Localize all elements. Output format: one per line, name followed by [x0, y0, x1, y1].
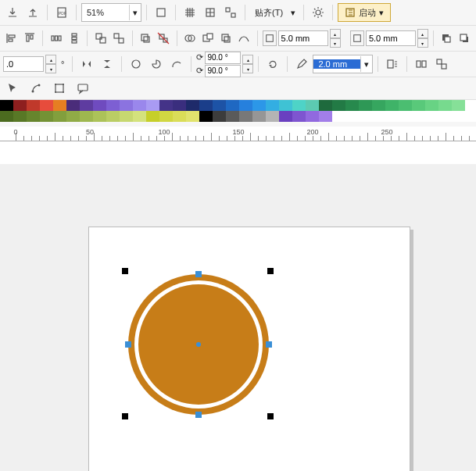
comment-icon[interactable] — [73, 79, 92, 98]
ellipse-tool-icon[interactable] — [127, 55, 145, 73]
color-swatch[interactable] — [213, 100, 226, 111]
color-swatch[interactable] — [279, 100, 292, 111]
selection-center[interactable] — [196, 342, 201, 347]
outline-width-combo[interactable]: 2.0 mm ▾ — [313, 55, 373, 73]
color-swatch[interactable] — [27, 111, 40, 122]
color-swatch[interactable] — [80, 100, 93, 111]
mirror-v-icon[interactable] — [98, 55, 116, 73]
full-screen-icon[interactable] — [152, 3, 170, 22]
ungroup-icon[interactable] — [110, 29, 127, 48]
intersect-icon[interactable] — [218, 29, 234, 48]
color-swatch[interactable] — [452, 100, 465, 111]
dim-a-input[interactable] — [278, 30, 328, 46]
handle-mr[interactable] — [266, 341, 272, 348]
color-swatch[interactable] — [106, 100, 120, 111]
dim-b-spinner[interactable]: ▴▾ — [417, 29, 428, 48]
combine-icon[interactable] — [137, 29, 153, 48]
color-swatch[interactable] — [279, 111, 292, 122]
zoom-combo[interactable]: 51% ▾ — [81, 3, 141, 22]
color-swatch[interactable] — [359, 100, 372, 111]
distribute-v-icon[interactable] — [66, 29, 82, 48]
color-swatch[interactable] — [40, 111, 53, 122]
order-front-icon[interactable] — [438, 29, 455, 48]
rotate-direction-icon[interactable] — [263, 55, 282, 73]
snap-objects-icon[interactable] — [221, 3, 240, 22]
align-left-icon[interactable] — [3, 29, 20, 48]
import-icon[interactable] — [3, 3, 22, 22]
outline-width-value[interactable]: 2.0 mm — [313, 59, 360, 69]
color-swatch[interactable] — [399, 100, 412, 111]
snap-grid-icon[interactable] — [181, 3, 199, 22]
color-swatch[interactable] — [159, 111, 173, 122]
outline-pen-icon[interactable] — [292, 55, 311, 73]
group-icon[interactable] — [92, 29, 109, 48]
chevron-down-icon[interactable]: ▾ — [129, 5, 141, 20]
color-swatch[interactable] — [199, 100, 213, 111]
convert-b-icon[interactable] — [432, 55, 451, 73]
spacing-box-b[interactable] — [350, 30, 364, 46]
node-edit-icon[interactable] — [27, 79, 45, 98]
color-swatch[interactable] — [13, 111, 27, 122]
handle-tr[interactable] — [267, 268, 274, 274]
color-swatch[interactable] — [80, 111, 93, 122]
break-icon[interactable] — [156, 29, 172, 48]
align-dropdown[interactable]: 贴齐(T) ▾ — [250, 4, 299, 21]
color-swatch[interactable] — [306, 100, 319, 111]
transform-icon[interactable] — [50, 79, 69, 98]
color-swatch[interactable] — [146, 100, 159, 111]
color-swatch[interactable] — [66, 100, 80, 111]
color-swatch[interactable] — [239, 100, 252, 111]
color-swatch[interactable] — [226, 100, 239, 111]
color-swatch[interactable] — [120, 100, 133, 111]
pie-tool-icon[interactable] — [147, 55, 166, 73]
handle-bl[interactable] — [122, 413, 128, 419]
color-swatch[interactable] — [0, 111, 13, 122]
order-back-icon[interactable] — [456, 29, 473, 48]
color-swatch[interactable] — [226, 111, 239, 122]
value-left-spinner[interactable]: ▴▾ — [45, 55, 56, 73]
color-swatch[interactable] — [425, 100, 438, 111]
color-swatch[interactable] — [319, 111, 332, 122]
color-swatch[interactable] — [40, 100, 53, 111]
angle-a-input[interactable] — [205, 52, 241, 64]
wrap-text-icon[interactable] — [383, 55, 402, 73]
color-swatch[interactable] — [53, 111, 66, 122]
handle-bm[interactable] — [195, 412, 202, 418]
color-swatch[interactable] — [213, 111, 226, 122]
color-swatch[interactable] — [332, 100, 345, 111]
chevron-down-icon[interactable]: ▾ — [360, 56, 372, 72]
color-swatch[interactable] — [173, 111, 186, 122]
trim-icon[interactable] — [200, 29, 217, 48]
align-top-icon[interactable] — [21, 29, 38, 48]
color-swatch[interactable] — [93, 111, 106, 122]
color-swatch[interactable] — [159, 100, 173, 111]
color-swatch[interactable] — [27, 100, 40, 111]
chevron-down-icon[interactable]: ▾ — [288, 5, 299, 20]
color-swatch[interactable] — [53, 100, 66, 111]
color-swatch[interactable] — [93, 100, 106, 111]
color-swatch[interactable] — [239, 111, 252, 122]
color-swatch[interactable] — [66, 111, 80, 122]
dim-a-spinner[interactable]: ▴▾ — [330, 29, 341, 48]
handle-tl[interactable] — [122, 268, 128, 274]
convert-a-icon[interactable] — [412, 55, 431, 73]
spacing-box-a[interactable] — [263, 30, 277, 46]
color-swatch[interactable] — [385, 100, 399, 111]
export-icon[interactable] — [23, 3, 42, 22]
color-swatch[interactable] — [345, 100, 359, 111]
color-swatch[interactable] — [266, 100, 279, 111]
color-swatch[interactable] — [120, 111, 133, 122]
color-swatch[interactable] — [0, 100, 13, 111]
color-swatch[interactable] — [13, 100, 27, 111]
color-swatch[interactable] — [133, 100, 146, 111]
color-swatch[interactable] — [252, 100, 266, 111]
color-swatch[interactable] — [266, 111, 279, 122]
color-swatch[interactable] — [372, 100, 385, 111]
pdf-icon[interactable]: PDF — [52, 3, 71, 22]
weld-icon[interactable] — [182, 29, 199, 48]
mirror-h-icon[interactable] — [77, 55, 96, 73]
snap-guides-icon[interactable] — [201, 3, 220, 22]
distribute-h-icon[interactable] — [48, 29, 64, 48]
color-swatch[interactable] — [292, 100, 306, 111]
color-swatch[interactable] — [306, 111, 319, 122]
